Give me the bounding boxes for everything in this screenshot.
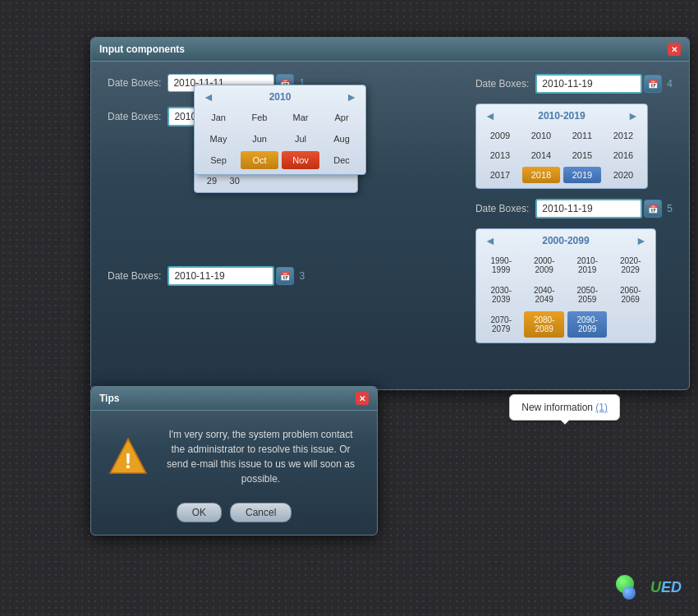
cal-header-4: ◄ 2010-2019 ► <box>481 109 642 122</box>
row-num-3: 3 <box>299 270 305 282</box>
calendar-button-4[interactable]: 📅 <box>644 75 662 93</box>
year-2017[interactable]: 2017 <box>481 167 519 183</box>
cal-next-4[interactable]: ► <box>624 109 642 122</box>
calendar-button-5[interactable]: 📅 <box>644 200 662 218</box>
year-2009[interactable]: 2009 <box>481 127 519 144</box>
tips-message: I'm very sorry, the system problem conta… <box>161 427 360 486</box>
decade-empty <box>610 311 650 338</box>
year-grid: 2009 2010 2011 2012 2013 2014 2015 2016 … <box>481 127 642 183</box>
month-jun[interactable]: Jun <box>241 130 278 148</box>
decade-2080[interactable]: 2080-2089 <box>524 311 564 338</box>
month-aug[interactable]: Aug <box>323 130 360 148</box>
cancel-button[interactable]: Cancel <box>230 503 292 522</box>
tips-dialog: Tips ✕ ! I'm very sorry, the system prob… <box>90 386 378 536</box>
month-mar[interactable]: Mar <box>282 108 319 126</box>
calendar-popup-3: ◄ 2010 ► Jan Feb Mar Apr May Jun Jul Aug… <box>194 85 366 175</box>
cal-next-3[interactable]: ► <box>342 90 360 103</box>
year-2019[interactable]: 2019 <box>563 167 601 183</box>
decade-2070[interactable]: 2070-2079 <box>481 311 521 338</box>
cal-day[interactable]: 29 <box>200 174 224 187</box>
datebox-label-3: Date Boxes: <box>108 270 161 282</box>
decade-2030[interactable]: 2030-2039 <box>481 282 521 308</box>
month-may[interactable]: May <box>200 130 237 148</box>
main-dialog-title: Input components <box>99 44 185 55</box>
month-jan[interactable]: Jan <box>200 108 237 126</box>
decade-2010[interactable]: 2010-2019 <box>567 252 608 278</box>
tooltip-link[interactable]: (1) <box>595 402 608 413</box>
tips-content: ! I'm very sorry, the system problem con… <box>91 411 377 494</box>
logo: UED <box>616 575 682 600</box>
calendar-popup-5: ◄ 2000-2099 ► 1990-1999 2000-2009 2010-2… <box>475 228 656 343</box>
datebox-label-4: Date Boxes: <box>475 78 529 90</box>
year-2015[interactable]: 2015 <box>563 147 601 163</box>
year-2018[interactable]: 2018 <box>522 167 560 183</box>
datebox-input-5[interactable] <box>535 199 642 218</box>
decade-2050[interactable]: 2050-2059 <box>567 282 608 308</box>
month-grid: Jan Feb Mar Apr May Jun Jul Aug Sep Oct … <box>200 108 360 169</box>
calendar-popup-4: ◄ 2010-2019 ► 2009 2010 2011 2012 2013 2… <box>475 103 648 189</box>
decade-1990[interactable]: 1990-1999 <box>481 252 521 278</box>
cal-title-5[interactable]: 2000-2099 <box>542 235 589 246</box>
decade-grid: 1990-1999 2000-2009 2010-2019 2020-2029 … <box>481 252 650 338</box>
datebox-input-4[interactable] <box>535 74 642 94</box>
cal-header-5: ◄ 2000-2099 ► <box>481 234 650 247</box>
datebox-label-1: Date Boxes: <box>108 77 161 89</box>
month-sep[interactable]: Sep <box>200 151 237 169</box>
year-2014[interactable]: 2014 <box>522 147 560 163</box>
datebox-row-5: Date Boxes: 📅 5 <box>475 199 673 218</box>
cal-title-4[interactable]: 2010-2019 <box>538 110 585 122</box>
main-dialog-content: Date Boxes: 📅 1 Date Boxes: 📅 2 ◄ 2010-1… <box>91 62 689 298</box>
tooltip-text: New information <box>521 402 595 413</box>
cal-title-3[interactable]: 2010 <box>269 91 292 103</box>
month-oct[interactable]: Oct <box>241 151 278 169</box>
cal-prev-5[interactable]: ◄ <box>481 234 499 247</box>
datebox-row-4: Date Boxes: 📅 4 <box>475 74 673 94</box>
logo-text: UED <box>650 579 682 596</box>
calendar-button-3[interactable]: 📅 <box>276 267 294 285</box>
tips-buttons: OK Cancel <box>91 494 377 535</box>
main-dialog-titlebar: Input components ✕ <box>91 38 689 62</box>
month-feb[interactable]: Feb <box>241 108 278 126</box>
tips-titlebar: Tips ✕ <box>91 387 377 411</box>
decade-2020[interactable]: 2020-2029 <box>610 252 650 278</box>
datebox-label-2: Date Boxes: <box>108 111 161 122</box>
warning-icon: ! <box>108 436 149 477</box>
decade-2090[interactable]: 2090-2099 <box>567 311 608 338</box>
month-jul[interactable]: Jul <box>282 130 319 148</box>
tips-title: Tips <box>99 393 119 404</box>
row-num-5: 5 <box>667 203 673 214</box>
right-section: Date Boxes: 📅 4 ◄ 2010-2019 ► 2009 2010 … <box>475 74 673 343</box>
year-2020[interactable]: 2020 <box>604 167 642 183</box>
year-2013[interactable]: 2013 <box>481 147 519 163</box>
cal-prev-3[interactable]: ◄ <box>200 90 218 103</box>
tips-close-button[interactable]: ✕ <box>356 392 369 405</box>
month-apr[interactable]: Apr <box>323 108 360 126</box>
cal-day[interactable]: 30 <box>224 174 246 187</box>
decade-2060[interactable]: 2060-2069 <box>610 282 650 308</box>
decade-2040[interactable]: 2040-2049 <box>524 282 564 308</box>
main-dialog: Input components ✕ Date Boxes: 📅 1 Date … <box>90 37 690 390</box>
cal-header-3: ◄ 2010 ► <box>200 90 360 103</box>
ok-button[interactable]: OK <box>177 503 222 522</box>
decade-2000[interactable]: 2000-2009 <box>524 252 564 278</box>
year-2010[interactable]: 2010 <box>522 127 560 144</box>
datebox-label-5: Date Boxes: <box>475 203 529 214</box>
year-2012[interactable]: 2012 <box>604 127 642 144</box>
main-close-button[interactable]: ✕ <box>668 43 681 56</box>
logo-blue-circle <box>622 586 636 600</box>
cal-prev-4[interactable]: ◄ <box>481 109 499 122</box>
row-num-4: 4 <box>667 78 673 90</box>
logo-circles <box>616 575 647 600</box>
year-2011[interactable]: 2011 <box>563 127 601 144</box>
month-dec[interactable]: Dec <box>323 151 360 169</box>
svg-text:!: ! <box>125 448 132 473</box>
month-nov[interactable]: Nov <box>282 151 319 169</box>
datebox-input-3[interactable] <box>168 266 274 286</box>
year-2016[interactable]: 2016 <box>604 147 642 163</box>
cal-next-5[interactable]: ► <box>632 234 650 247</box>
tooltip-bubble: New information (1) <box>509 394 620 421</box>
